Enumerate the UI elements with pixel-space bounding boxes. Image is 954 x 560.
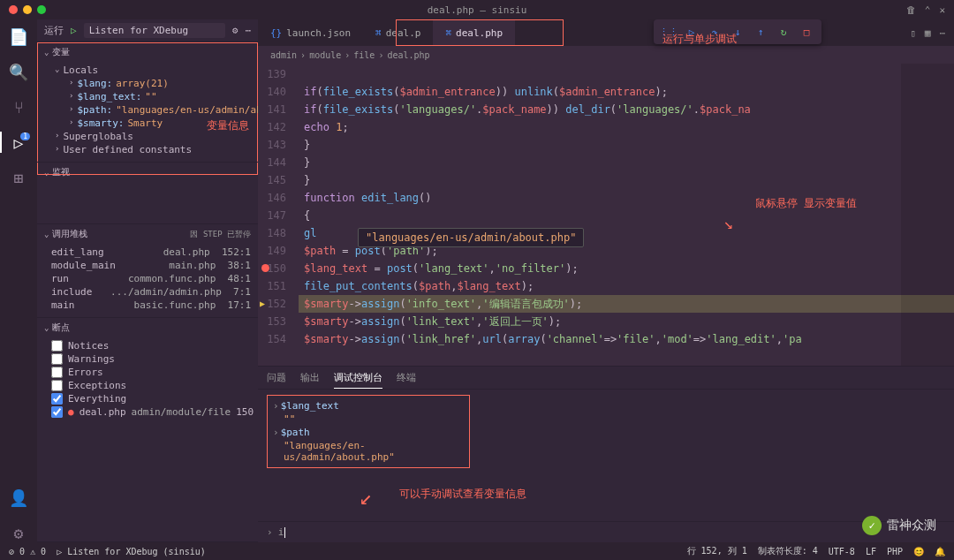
debug-repl[interactable]: ›i (258, 521, 954, 542)
panel-tab[interactable]: 输出 (300, 367, 320, 388)
debug-config-select[interactable]: Listen for XDebug (84, 23, 225, 38)
debug-console-body[interactable]: ›$lang_text""›$path"languages/en-us/admi… (258, 390, 954, 542)
wechat-icon: ✓ (862, 516, 882, 535)
locals-header[interactable]: ⌄Locals (37, 64, 258, 77)
account-icon[interactable]: 👤 (9, 488, 28, 507)
breakpoint-row[interactable]: Errors (37, 366, 258, 379)
step-out-icon[interactable]: ↑ (753, 24, 768, 40)
minimap[interactable] (901, 64, 954, 366)
debug-run-toolbar: 运行 ▷ Listen for XDebug ⚙ ⋯ (37, 19, 258, 42)
callstack-row[interactable]: runcommon.func.php 48:1 (37, 272, 258, 285)
variable-row[interactable]: ›$lang_text: "" (37, 90, 258, 103)
variables-header[interactable]: ⌄变量 (37, 42, 258, 62)
start-debug-icon[interactable]: ▷ (71, 25, 77, 36)
status-item[interactable]: LF (866, 547, 876, 556)
minimize-icon[interactable] (23, 5, 32, 14)
traffic-lights (9, 5, 46, 14)
breakpoint-checkbox[interactable] (51, 367, 63, 378)
callstack-row[interactable]: module_mainmain.php 38:1 (37, 259, 258, 272)
breakpoint-row[interactable]: Warnings (37, 352, 258, 366)
variable-row[interactable]: ›$path: "languages/en-us/admin/about.php… (37, 103, 258, 117)
grip-icon[interactable]: ⋮⋮ (661, 24, 677, 40)
status-item[interactable]: UTF-8 (829, 547, 855, 556)
debug-icon[interactable]: ▷1 (9, 132, 28, 152)
status-item[interactable]: ▷ Listen for XDebug (sinsiu) (57, 547, 206, 556)
editor-area: {}launch.json⌘deal.p⌘deal.php⌘function.p… (258, 19, 954, 542)
breakpoints-header[interactable]: ⌄断点 (37, 318, 258, 337)
breakpoint-row[interactable]: Exceptions (37, 379, 258, 392)
callstack-row[interactable]: include.../admin/admin.php 7:1 (37, 285, 258, 299)
breakpoint-checkbox[interactable] (51, 380, 63, 391)
status-item[interactable]: 😊 (913, 547, 924, 556)
user-constants-row[interactable]: ›User defined constants (37, 143, 258, 156)
status-item[interactable]: 行 152, 列 1 (687, 545, 747, 557)
debug-sidebar: 运行 ▷ Listen for XDebug ⚙ ⋯ ⌄变量 ⌄Locals ›… (37, 19, 258, 542)
editor-tab[interactable]: ⌘deal.php (433, 19, 515, 46)
annotation-manual: 可以手动调试查看变量信息 (399, 487, 526, 502)
breakpoint-checkbox[interactable] (51, 353, 63, 365)
editor-more-icon[interactable]: ⋯ (939, 27, 945, 39)
step-over-icon[interactable]: ↷ (707, 24, 723, 40)
explorer-icon[interactable]: 📄 (9, 26, 28, 46)
gear-icon[interactable]: ⚙ (232, 25, 238, 36)
variable-row[interactable]: ›$lang: array(21) (37, 77, 258, 90)
source-control-icon[interactable]: ⑂ (9, 97, 28, 117)
code-content[interactable]: if(file_exists($admin_entrance)) unlink(… (299, 64, 954, 366)
breakpoints-section: ⌄断点 NoticesWarningsErrorsExceptionsEvery… (37, 318, 258, 542)
panel-tab[interactable]: 问题 (267, 367, 286, 388)
breakpoint-checkbox[interactable] (51, 406, 63, 418)
close-icon[interactable] (9, 5, 18, 14)
run-label: 运行 (44, 24, 64, 37)
search-icon[interactable]: 🔍 (9, 62, 28, 81)
restart-icon[interactable]: ↻ (776, 24, 791, 40)
maximize-icon[interactable] (37, 5, 46, 14)
callstack-row[interactable]: edit_langdeal.php 152:1 (37, 246, 258, 259)
breakpoint-checkbox[interactable] (51, 393, 63, 405)
breakpoint-row[interactable]: Everything (37, 392, 258, 405)
variables-section: ⌄变量 ⌄Locals ›$lang: array(21)›$lang_text… (37, 42, 258, 163)
step-into-icon[interactable]: ↓ (730, 24, 746, 40)
split-editor-icon[interactable]: ▯ (910, 27, 916, 39)
wechat-watermark: ✓ 雷神众测 (862, 516, 936, 535)
debug-output-box: ›$lang_text""›$path"languages/en-us/admi… (267, 395, 470, 468)
stop-icon[interactable]: □ (799, 24, 814, 40)
window-title: deal.php — sinsiu (428, 4, 527, 16)
panel-tabs: 问题输出调试控制台终端 🗑 ⌃ ✕ (258, 367, 954, 390)
panel-tab[interactable]: 终端 (397, 367, 416, 388)
status-item[interactable]: 🔔 (935, 547, 945, 556)
callstack-section: ⌄调用堆栈因 STEP 已暂停 edit_langdeal.php 152:1m… (37, 224, 258, 318)
breakpoint-file-row[interactable]: ●deal.phpadmin/module/file150 (37, 405, 258, 419)
activity-bar: 📄 🔍 ⑂ ▷1 ⊞ 👤 ⚙ (0, 19, 37, 542)
line-gutter[interactable]: 1391401411421431441451461471481491501511… (258, 64, 299, 366)
status-item[interactable]: ⊘ 0 ⚠ 0 (9, 547, 46, 556)
editor-tabs: {}launch.json⌘deal.p⌘deal.php⌘function.p… (258, 19, 954, 46)
hover-tooltip: "languages/en-us/admin/about.php" (358, 228, 584, 247)
breadcrumb[interactable]: admin › module › file › deal.php (258, 46, 954, 64)
editor-tab[interactable]: ⌘deal.p (363, 19, 433, 46)
status-item[interactable]: PHP (887, 547, 903, 556)
watch-section: ⌄监视 (37, 163, 258, 224)
status-item[interactable]: 制表符长度: 4 (758, 545, 818, 557)
breakpoint-checkbox[interactable] (51, 340, 63, 352)
callstack-header[interactable]: ⌄调用堆栈因 STEP 已暂停 (37, 224, 258, 244)
extensions-icon[interactable]: ⊞ (9, 168, 28, 187)
layout-icon[interactable]: ▦ (925, 27, 931, 39)
annotation-variables: 变量信息 (207, 118, 249, 133)
continue-icon[interactable]: ▷ (684, 24, 700, 40)
code-area[interactable]: 1391401411421431441451461471481491501511… (258, 64, 954, 366)
editor-tab[interactable]: {}launch.json (258, 19, 363, 46)
callstack-row[interactable]: mainbasic.func.php 17:1 (37, 299, 258, 312)
breakpoint-row[interactable]: Notices (37, 339, 258, 352)
watch-header[interactable]: ⌄监视 (37, 163, 258, 182)
titlebar: deal.php — sinsiu (0, 0, 954, 19)
panel-tab[interactable]: 调试控制台 (334, 367, 382, 389)
debug-floating-toolbar[interactable]: ⋮⋮ ▷ ↷ ↓ ↑ ↻ □ (654, 19, 822, 44)
settings-icon[interactable]: ⚙ (9, 523, 28, 542)
bottom-panel: 问题输出调试控制台终端 🗑 ⌃ ✕ ›$lang_text""›$path"la… (258, 366, 954, 542)
status-bar: ⊘ 0 ⚠ 0▷ Listen for XDebug (sinsiu) 行 15… (0, 542, 954, 560)
more-icon[interactable]: ⋯ (245, 25, 251, 36)
